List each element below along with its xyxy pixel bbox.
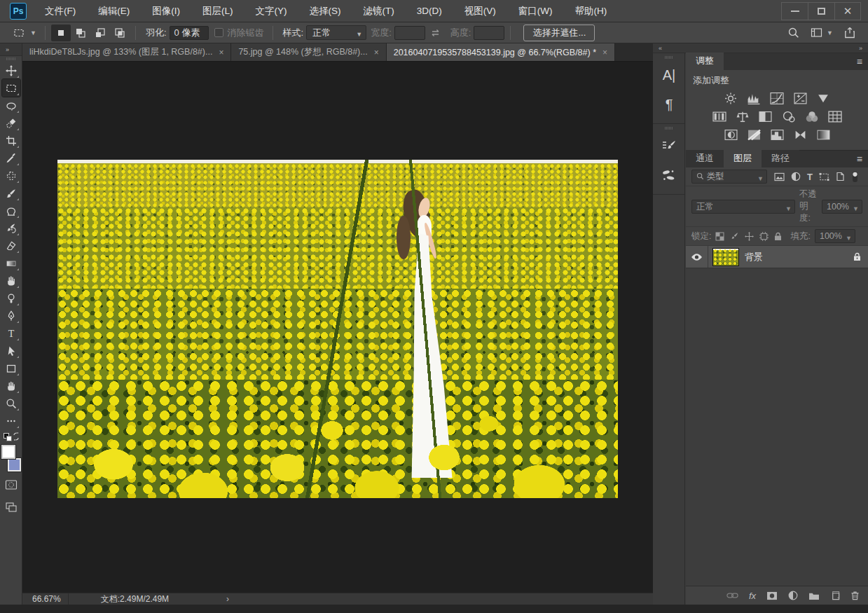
share-icon[interactable] [844, 27, 855, 39]
photoshop-logo[interactable]: Ps [10, 3, 27, 20]
quick-mask-button[interactable] [2, 476, 20, 494]
posterize-icon[interactable] [745, 128, 763, 142]
channel-mixer-icon[interactable] [803, 109, 821, 124]
threshold-icon[interactable] [768, 128, 786, 142]
pen-tool[interactable] [2, 307, 20, 324]
tool-presets-panel-icon[interactable] [653, 160, 685, 190]
smudge-tool[interactable] [2, 272, 20, 289]
exposure-icon[interactable] [791, 91, 809, 106]
hand-tool[interactable] [2, 377, 20, 394]
eraser-tool[interactable] [2, 237, 20, 254]
panel-menu-icon[interactable]: ≡ [857, 153, 862, 165]
menu-item[interactable]: 视图(V) [453, 0, 507, 22]
clone-stamp-tool[interactable] [2, 202, 20, 219]
filter-pixel-layers-icon[interactable] [774, 172, 785, 181]
black-white-icon[interactable] [757, 109, 775, 124]
panel-grip[interactable] [653, 125, 684, 131]
filter-adjustment-layers-icon[interactable] [791, 172, 801, 181]
selective-color-icon[interactable] [791, 128, 809, 142]
new-group-icon[interactable] [808, 591, 820, 600]
document-tab[interactable]: 75.jpg @ 148% (梦想, RGB/8#)... × [231, 43, 386, 61]
tab-close-icon[interactable]: × [374, 48, 379, 57]
hue-saturation-icon[interactable] [710, 109, 729, 124]
tab-paths[interactable]: 路径 [762, 150, 799, 167]
filter-smart-objects-icon[interactable] [836, 172, 845, 181]
lasso-tool[interactable] [2, 97, 20, 114]
subtract-from-selection-button[interactable] [90, 25, 110, 41]
brush-tool[interactable] [2, 184, 20, 202]
lock-transparency-icon[interactable] [715, 232, 724, 241]
width-input[interactable] [394, 26, 425, 40]
search-icon[interactable] [787, 27, 799, 39]
menu-item[interactable]: 编辑(E) [87, 0, 141, 22]
status-options-chevron[interactable]: › [226, 594, 229, 604]
layer-thumbnail[interactable] [712, 248, 739, 266]
panel-menu-icon[interactable]: ≡ [857, 56, 862, 67]
document-tab[interactable]: 2016040719535788453139.jpg @ 66.7%(RGB/8… [387, 43, 615, 61]
document-tab[interactable]: liHkdiDeT8LJs.jpg @ 133% (图层 1, RGB/8#).… [22, 43, 231, 61]
menu-item[interactable]: 帮助(H) [563, 0, 618, 22]
collapse-dock-icon[interactable]: » [859, 45, 862, 52]
paragraph-panel-icon[interactable]: ¶ [653, 90, 685, 119]
lock-artboard-icon[interactable] [759, 232, 769, 241]
height-input[interactable] [474, 26, 504, 40]
rectangular-marquee-tool[interactable] [2, 79, 20, 97]
menu-item[interactable]: 文件(F) [34, 0, 87, 22]
tab-adjustments[interactable]: 调整 [686, 53, 724, 70]
menu-item[interactable]: 图层(L) [191, 0, 244, 22]
new-selection-button[interactable] [51, 25, 71, 41]
canvas-pasteboard[interactable] [22, 62, 653, 593]
crop-tool[interactable] [2, 132, 20, 149]
tab-close-icon[interactable]: × [602, 48, 607, 57]
brightness-contrast-icon[interactable] [722, 91, 740, 106]
layer-style-icon[interactable]: fx [749, 591, 756, 601]
type-tool[interactable]: T [2, 324, 20, 342]
panel-grip[interactable] [653, 55, 684, 60]
tab-close-icon[interactable]: × [219, 48, 223, 57]
intersect-selection-button[interactable] [110, 25, 130, 41]
opacity-select[interactable]: 100%▼ [822, 200, 862, 214]
color-balance-icon[interactable] [733, 109, 752, 124]
toolbox-grip[interactable] [0, 56, 22, 62]
layer-visibility-toggle[interactable] [686, 246, 708, 268]
blend-mode-select[interactable]: 正常▼ [691, 200, 795, 214]
color-lookup-icon[interactable] [826, 109, 844, 124]
workspace-switcher[interactable]: ▼ [811, 27, 833, 38]
vibrance-icon[interactable] [814, 91, 832, 106]
filter-shape-layers-icon[interactable] [819, 172, 829, 181]
toolbox-expand-button[interactable]: » [0, 43, 22, 56]
path-selection-tool[interactable] [2, 342, 20, 359]
new-adjustment-layer-icon[interactable] [788, 591, 798, 600]
menu-item[interactable]: 滤镜(T) [352, 0, 406, 22]
swap-width-height-icon[interactable] [429, 28, 442, 38]
photo-filter-icon[interactable] [780, 109, 798, 124]
maximize-button[interactable] [808, 2, 834, 20]
filter-toggle-switch[interactable] [851, 171, 859, 183]
healing-brush-tool[interactable] [2, 167, 20, 184]
brush-settings-panel-icon[interactable] [653, 131, 685, 160]
tab-layers[interactable]: 图层 [724, 150, 762, 167]
zoom-level-field[interactable]: 66.67% [22, 593, 69, 605]
dodge-tool[interactable] [2, 289, 20, 307]
lock-all-icon[interactable] [774, 232, 782, 241]
quick-selection-tool[interactable] [2, 114, 20, 132]
link-layers-icon[interactable] [726, 592, 738, 599]
menu-item[interactable]: 窗口(W) [507, 0, 564, 22]
menu-item[interactable]: 选择(S) [298, 0, 352, 22]
lock-pixels-icon[interactable] [730, 232, 739, 241]
gradient-map-icon[interactable] [814, 128, 832, 142]
background-color-swatch[interactable] [8, 458, 21, 471]
feather-input[interactable]: 0 像素 [170, 26, 209, 40]
collapse-dock-icon[interactable]: « [659, 45, 662, 52]
select-and-mask-button[interactable]: 选择并遮住... [523, 25, 595, 41]
menu-item[interactable]: 3D(D) [406, 0, 453, 22]
minimize-button[interactable] [781, 2, 808, 20]
zoom-tool[interactable] [2, 394, 20, 412]
lock-position-icon[interactable] [745, 232, 754, 241]
tool-preset-picker[interactable]: ▼ [10, 26, 39, 40]
fill-select[interactable]: 100%▼ [815, 229, 855, 243]
tab-channels[interactable]: 通道 [686, 150, 724, 167]
gradient-tool[interactable] [2, 254, 20, 272]
new-layer-icon[interactable] [830, 591, 840, 600]
screen-mode-button[interactable] [2, 498, 20, 516]
